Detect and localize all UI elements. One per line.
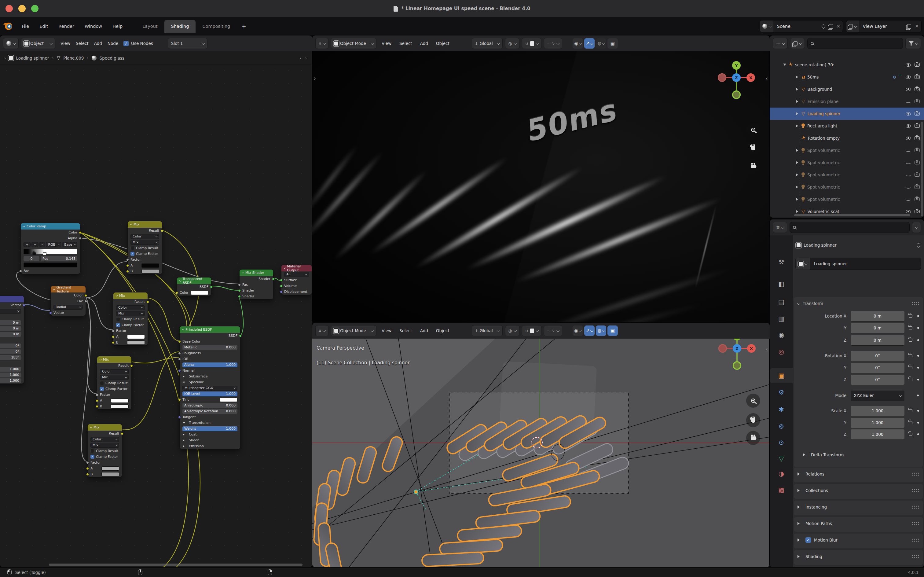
panel-relations[interactable]: Relations <box>794 467 923 482</box>
pan-button[interactable] <box>746 141 760 155</box>
panel-header[interactable]: Relations <box>794 467 923 480</box>
menu-render[interactable]: Render <box>53 17 79 35</box>
gizmo-axis-y-neg[interactable] <box>732 90 740 99</box>
expand-icon[interactable] <box>796 124 800 127</box>
input-socket[interactable] <box>86 461 89 464</box>
gizmo-axis-x[interactable]: X <box>747 73 755 82</box>
node-header[interactable]: Transparent BSDF <box>177 277 211 284</box>
lock-icon[interactable] <box>909 421 913 424</box>
gizmo-axis-x-neg[interactable] <box>718 344 727 353</box>
output-socket[interactable] <box>146 300 149 303</box>
properties-tab-view-layer[interactable]: ▥ <box>770 311 793 326</box>
input-socket[interactable] <box>178 369 181 372</box>
input-socket[interactable] <box>238 295 241 298</box>
expand-icon[interactable] <box>796 161 800 164</box>
node-mix-1[interactable]: MixResultColorMixClamp Result✓Clamp Fact… <box>128 221 162 274</box>
outliner-row-rotation-empty[interactable]: Rotation empty <box>770 132 924 144</box>
color-ramp-gradient[interactable] <box>24 249 77 254</box>
camera-view-button[interactable] <box>746 159 760 173</box>
overlays-button[interactable]: ◍ <box>596 38 606 48</box>
color-swatch[interactable] <box>101 472 119 477</box>
node-header[interactable]: Mix Shader <box>240 269 273 276</box>
render-camera-icon[interactable] <box>914 75 920 79</box>
outliner-item-label[interactable]: Emission plane <box>808 99 904 104</box>
panel-instancing[interactable]: Instancing <box>794 501 923 515</box>
gizmo-axis-x-neg[interactable] <box>718 73 726 82</box>
camera-view-button[interactable] <box>746 431 760 445</box>
outliner-item-label[interactable]: Spot volumetric <box>807 148 904 153</box>
properties-tab-data[interactable]: ▽ <box>770 451 793 466</box>
output-socket[interactable] <box>79 231 82 234</box>
expand-icon[interactable] <box>796 88 800 91</box>
output-socket[interactable] <box>272 277 275 280</box>
output-socket[interactable] <box>239 334 242 337</box>
material-slot-dropdown[interactable]: Slot 1 <box>168 38 208 49</box>
viewport-menu-add[interactable]: Add <box>417 41 431 46</box>
viewport-menu-select[interactable]: Select <box>397 328 415 333</box>
gizmos-button[interactable]: ↗ <box>584 38 595 48</box>
visibility-eye-icon[interactable] <box>906 210 911 213</box>
node-header[interactable]: Mix <box>113 292 148 299</box>
output-socket[interactable] <box>84 294 87 297</box>
expand-icon[interactable] <box>796 185 800 189</box>
properties-tab-object[interactable]: ▣ <box>770 368 793 383</box>
value-field[interactable]: 1.000 <box>851 418 905 428</box>
outliner-item-label[interactable]: 50ms <box>807 74 893 79</box>
render-disabled-icon[interactable] <box>914 173 920 177</box>
lock-icon[interactable] <box>909 338 913 342</box>
panel-shading[interactable]: Shading <box>794 550 923 565</box>
gizmo-axis-y[interactable]: Y <box>733 338 741 340</box>
expand-icon[interactable] <box>796 210 800 213</box>
node-slider[interactable]: Weight1.000 <box>182 426 237 431</box>
lock-icon[interactable] <box>909 409 913 412</box>
add-workspace-button[interactable]: + <box>237 23 251 29</box>
node-value-field[interactable]: 1.000 <box>0 367 21 372</box>
pin-icon[interactable] <box>916 243 921 248</box>
filter-collection-button[interactable] <box>790 38 805 49</box>
node-section-specular[interactable]: Specular <box>180 379 240 385</box>
value-field[interactable]: 0 m <box>851 311 905 321</box>
camera-perspective-view[interactable]: Camera Perspective (11) Scene Collection… <box>312 338 770 567</box>
outliner-row-spot-volumetric[interactable]: Spot volumetric <box>770 169 924 181</box>
overlays-button[interactable]: ◍ <box>596 326 606 336</box>
outliner-row-spot-volumetric[interactable]: Spot volumetric <box>770 144 924 156</box>
animate-dot[interactable] <box>917 315 919 317</box>
visibility-eye-icon[interactable] <box>906 63 911 67</box>
visibility-eye-icon[interactable] <box>906 124 911 128</box>
animate-dot[interactable] <box>917 395 919 396</box>
input-socket[interactable] <box>49 311 52 314</box>
ramp-stop-handle[interactable] <box>43 250 46 255</box>
object-id-icon-button[interactable] <box>795 258 810 270</box>
node-header[interactable]: Gradient Texture <box>51 286 85 292</box>
properties-tab-output[interactable]: ▤ <box>770 294 793 309</box>
node-checkbox[interactable]: ✓ <box>100 387 104 391</box>
input-socket[interactable] <box>178 358 181 360</box>
viewport-menu-view[interactable]: View <box>379 41 394 46</box>
color-swatch[interactable] <box>127 335 145 339</box>
properties-tab-scene[interactable]: ◉ <box>770 327 793 343</box>
visibility-eye-icon[interactable] <box>906 137 911 140</box>
outliner-item-label[interactable]: Spot volumetric <box>807 172 904 177</box>
node-header[interactable]: Mix <box>88 424 122 430</box>
input-socket[interactable] <box>178 416 181 418</box>
input-socket[interactable] <box>112 329 114 332</box>
properties-search-input[interactable] <box>790 222 910 233</box>
outliner-item-label[interactable]: Loading spinner <box>808 111 904 116</box>
editor-type-button[interactable]: ⚒ <box>773 222 787 233</box>
color-swatch[interactable] <box>111 405 129 409</box>
sidebar-toggle-arrows[interactable]: ‹ › <box>300 56 308 61</box>
editor-type-button[interactable]: ⌗ <box>316 38 328 49</box>
gizmo-axis-x[interactable]: X <box>747 344 756 353</box>
gizmo-axis-y-neg[interactable] <box>733 361 741 370</box>
transform-panel-header[interactable]: Transform <box>794 297 923 310</box>
menu-edit[interactable]: Edit <box>34 17 53 35</box>
outliner-item-label[interactable]: Rotation empty <box>808 136 904 140</box>
input-socket[interactable] <box>175 291 178 294</box>
transform-orientation-dropdown[interactable]: ⟂Global <box>472 38 503 49</box>
properties-tab-tool[interactable]: ⚒ <box>770 255 793 270</box>
node-mix-shader[interactable]: Mix ShaderShaderFacShaderShader <box>240 269 273 299</box>
node-checkbox[interactable] <box>100 381 104 385</box>
output-socket[interactable] <box>23 304 25 306</box>
node-section-coat[interactable]: Coat <box>180 432 240 437</box>
node-header[interactable]: Mapping <box>0 296 24 302</box>
